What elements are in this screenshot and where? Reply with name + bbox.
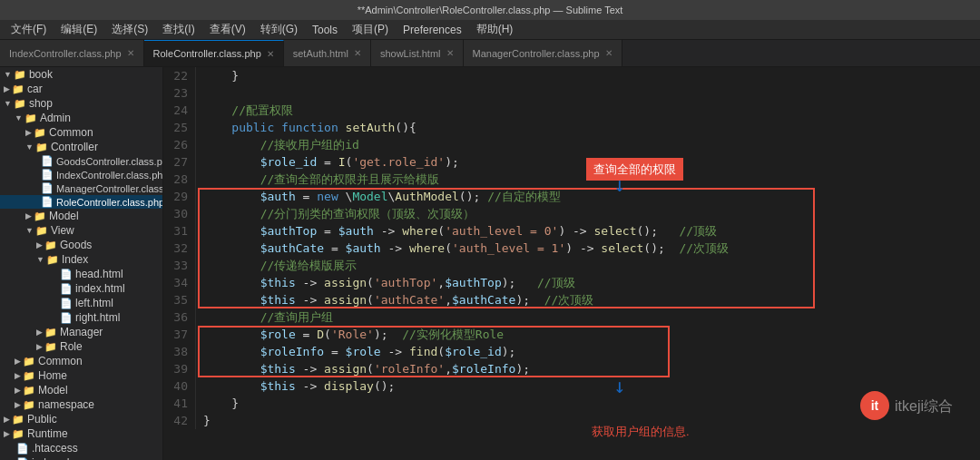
sidebar-item-common2[interactable]: ▶ 📁 Common xyxy=(0,354,162,368)
sidebar-label: IndexController.class.ph xyxy=(56,170,162,181)
tab-close-icon[interactable]: ✕ xyxy=(127,48,134,58)
file-icon: 📄 xyxy=(60,312,73,324)
sidebar-item-goodscontroller[interactable]: 📄 GoodsController.class.ph xyxy=(0,154,162,168)
sidebar-item-indexcontroller[interactable]: 📄 IndexController.class.ph xyxy=(0,168,162,181)
expand-arrow: ▼ xyxy=(4,99,12,108)
annotation-text-2: 获取用户组的信息. xyxy=(592,425,690,438)
sidebar-item-book[interactable]: ▼ 📁 book xyxy=(0,67,162,82)
sidebar-item-index[interactable]: ▼ 📁 Index xyxy=(0,252,162,267)
tab-rolecontroller[interactable]: RoleController.class.php ✕ xyxy=(144,40,284,66)
file-icon: 📄 xyxy=(60,269,73,280)
folder-icon: 📁 xyxy=(44,341,57,353)
sidebar-item-namespace[interactable]: ▶ 📁 namespace xyxy=(0,397,162,412)
sidebar-item-common[interactable]: ▶ 📁 Common xyxy=(0,125,162,140)
sidebar-item-view[interactable]: ▼ 📁 View xyxy=(0,223,162,238)
tab-setauth[interactable]: setAuth.html ✕ xyxy=(284,40,371,66)
sidebar-label: Model xyxy=(49,210,79,222)
sidebar-label: left.html xyxy=(75,297,113,309)
menu-help[interactable]: 帮助(H) xyxy=(469,20,521,39)
tab-label: IndexController.class.php xyxy=(9,48,122,59)
sidebar-label: Common xyxy=(49,126,93,139)
tab-close-icon[interactable]: ✕ xyxy=(446,48,454,58)
sidebar-item-indexphp[interactable]: 📄 index.php xyxy=(0,455,162,460)
expand-arrow: ▶ xyxy=(4,429,10,438)
tab-label: setAuth.html xyxy=(293,48,348,59)
tab-managercontroller[interactable]: ManagerController.class.php ✕ xyxy=(464,40,622,66)
sidebar-item-left[interactable]: 📄 left.html xyxy=(0,296,162,310)
sidebar-item-index-html[interactable]: 📄 index.html xyxy=(0,281,162,296)
tab-close-icon[interactable]: ✕ xyxy=(354,48,361,58)
code-editor[interactable]: 22 23 24 25 26 27 28 29 30 31 32 33 34 3… xyxy=(163,67,980,460)
sidebar-item-right[interactable]: 📄 right.html xyxy=(0,310,162,325)
folder-icon: 📁 xyxy=(34,127,46,139)
arrow-down-1: ↓ xyxy=(613,176,625,193)
sidebar-item-htaccess[interactable]: 📄 .htaccess xyxy=(0,441,162,455)
tab-close-icon[interactable]: ✕ xyxy=(605,48,612,58)
folder-icon: 📁 xyxy=(23,385,35,396)
expand-arrow: ▶ xyxy=(25,128,32,137)
sidebar-item-manager[interactable]: ▶ 📁 Manager xyxy=(0,325,162,339)
folder-icon: 📁 xyxy=(14,69,26,81)
folder-icon: 📁 xyxy=(23,370,35,382)
tab-bar: IndexController.class.php ✕ RoleControll… xyxy=(0,40,980,67)
code-line-22: } xyxy=(203,67,980,84)
folder-icon: 📁 xyxy=(12,83,24,95)
file-tree[interactable]: ▼ 📁 book ▶ 📁 car ▼ 📁 shop ▼ 📁 Admin ▶ 📁 … xyxy=(0,67,163,460)
sidebar-item-shop[interactable]: ▼ 📁 shop xyxy=(0,96,162,111)
title-text: **Admin\Controller\RoleController.class.… xyxy=(358,5,623,15)
sidebar-label: Public xyxy=(27,413,57,426)
menu-tools[interactable]: Tools xyxy=(305,20,345,39)
menu-file[interactable]: 文件(F) xyxy=(4,20,54,39)
folder-icon: 📁 xyxy=(23,399,35,411)
menu-edit[interactable]: 编辑(E) xyxy=(54,20,104,39)
sidebar-item-public[interactable]: ▶ 📁 Public xyxy=(0,412,162,426)
folder-icon: 📁 xyxy=(35,225,48,237)
arrow-down-2: ↓ xyxy=(613,377,625,395)
sidebar-item-managercontroller[interactable]: 📄 ManagerController.class xyxy=(0,181,162,195)
sidebar-item-goods[interactable]: ▶ 📁 Goods xyxy=(0,238,162,252)
folder-icon: 📁 xyxy=(12,414,24,426)
watermark-icon: it xyxy=(860,391,889,420)
sidebar-item-runtime[interactable]: ▶ 📁 Runtime xyxy=(0,426,162,441)
sidebar-item-car[interactable]: ▶ 📁 car xyxy=(0,82,162,96)
sidebar-item-rolecontroller[interactable]: 📄 RoleController.class.php xyxy=(0,195,162,209)
sidebar-label: Controller xyxy=(51,141,98,153)
code-line-33: //传递给模版展示 xyxy=(203,257,980,274)
sidebar-label: index.html xyxy=(75,282,125,295)
code-line-23 xyxy=(203,84,980,102)
sidebar-item-model[interactable]: ▶ 📁 Model xyxy=(0,209,162,223)
sidebar-item-head[interactable]: 📄 head.html xyxy=(0,267,162,281)
sidebar-item-admin[interactable]: ▼ 📁 Admin xyxy=(0,111,162,125)
menu-find[interactable]: 查找(I) xyxy=(155,20,201,39)
sidebar-item-home[interactable]: ▶ 📁 Home xyxy=(0,368,162,383)
file-icon: 📄 xyxy=(60,283,73,295)
sidebar-label: right.html xyxy=(75,311,120,324)
code-area: 22 23 24 25 26 27 28 29 30 31 32 33 34 3… xyxy=(163,67,980,429)
menu-select[interactable]: 选择(S) xyxy=(104,20,155,39)
menu-project[interactable]: 项目(P) xyxy=(345,20,396,39)
file-icon: 📄 xyxy=(60,298,73,309)
code-line-26: //接收用户组的id xyxy=(203,136,980,153)
code-line-25: public function setAuth(){ xyxy=(203,119,980,136)
tab-indexcontroller[interactable]: IndexController.class.php ✕ xyxy=(0,40,144,66)
folder-icon: 📁 xyxy=(44,327,57,338)
expand-arrow: ▼ xyxy=(4,70,12,79)
menu-goto[interactable]: 转到(G) xyxy=(253,20,305,39)
sidebar-item-model2[interactable]: ▶ 📁 Model xyxy=(0,383,162,397)
code-line-30: //分门别类的查询权限（顶级、次顶级） xyxy=(203,205,980,222)
expand-arrow: ▶ xyxy=(15,371,21,380)
annotation-text-1: 查询全部的权限 xyxy=(593,162,676,176)
tab-showlist[interactable]: showList.html ✕ xyxy=(371,40,464,66)
code-line-37: $role = D('Role'); //实例化模型Role xyxy=(203,326,980,343)
sidebar-label: Admin xyxy=(40,112,71,124)
file-icon: 📄 xyxy=(41,169,54,181)
sidebar-label: Model xyxy=(38,384,68,396)
sidebar-item-role[interactable]: ▶ 📁 Role xyxy=(0,339,162,354)
menu-view[interactable]: 查看(V) xyxy=(202,20,253,39)
expand-arrow: ▼ xyxy=(36,255,44,264)
main-layout: ▼ 📁 book ▶ 📁 car ▼ 📁 shop ▼ 📁 Admin ▶ 📁 … xyxy=(0,67,980,460)
tab-close-icon[interactable]: ✕ xyxy=(267,49,274,59)
sidebar-label: index.php xyxy=(32,456,79,460)
sidebar-item-controller[interactable]: ▼ 📁 Controller xyxy=(0,140,162,154)
menu-preferences[interactable]: Preferences xyxy=(396,20,469,39)
